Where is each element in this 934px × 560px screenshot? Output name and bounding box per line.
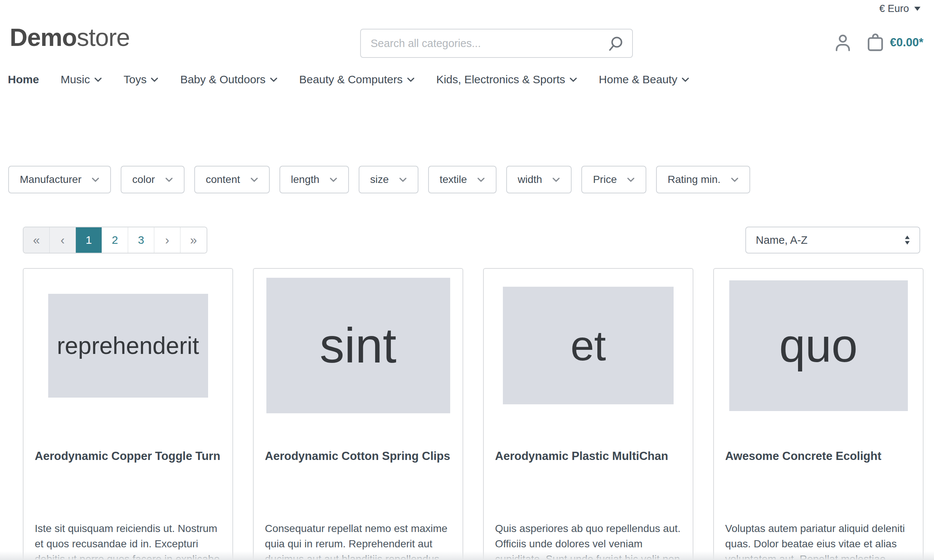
- chevron-down-icon: [270, 77, 277, 82]
- pagination-page-2[interactable]: 2: [102, 228, 128, 253]
- filter-label: length: [291, 174, 319, 186]
- product-card: et Aerodynamic Plastic MultiChan Quis as…: [483, 268, 694, 560]
- currency-selector[interactable]: € Euro: [879, 3, 920, 15]
- pagination-first[interactable]: «: [23, 228, 50, 253]
- product-image-area: et: [495, 278, 681, 413]
- product-image-area: reprehenderit: [35, 278, 221, 413]
- nav-item-kids-electronics-sports[interactable]: Kids, Electronics & Sports: [436, 73, 577, 86]
- nav-item-baby-outdoors[interactable]: Baby & Outdoors: [180, 73, 277, 86]
- sort-selected-label: Name, A-Z: [756, 234, 808, 246]
- nav-item-toys[interactable]: Toys: [124, 73, 159, 86]
- product-image-area: quo: [725, 278, 912, 413]
- pagination-last[interactable]: »: [180, 228, 207, 253]
- product-image[interactable]: reprehenderit: [48, 294, 208, 398]
- filter-content[interactable]: content: [194, 166, 270, 193]
- search-input[interactable]: [361, 29, 632, 57]
- logo-text-light: store: [77, 23, 129, 51]
- product-card: sint Aerodynamic Cotton Spring Clips Con…: [253, 268, 463, 560]
- nav-item-home[interactable]: Home: [8, 73, 39, 86]
- pagination: « ‹ 1 2 3 › »: [23, 227, 207, 254]
- filter-size[interactable]: size: [359, 166, 418, 193]
- product-description: Consequatur repellat nemo est maxime qui…: [265, 521, 451, 560]
- account-icon[interactable]: [832, 32, 853, 53]
- chevron-down-icon: [165, 177, 173, 182]
- chevron-down-icon: [330, 177, 338, 182]
- chevron-down-icon: [94, 77, 102, 82]
- product-title[interactable]: Aerodynamic Cotton Spring Clips: [265, 449, 451, 521]
- filter-length[interactable]: length: [279, 166, 349, 193]
- product-title[interactable]: Aerodynamic Copper Toggle Turn: [35, 449, 221, 521]
- chevron-down-icon: [91, 177, 99, 182]
- pagination-next[interactable]: ›: [154, 228, 180, 253]
- filter-color[interactable]: color: [121, 166, 185, 193]
- pagination-page-1[interactable]: 1: [76, 228, 102, 253]
- product-description: Quis asperiores ab quo repellendus aut. …: [495, 521, 681, 560]
- nav-label: Music: [60, 73, 90, 86]
- product-description: Voluptas autem pariatur aliquid deleniti…: [725, 521, 912, 560]
- product-grid: reprehenderit Aerodynamic Copper Toggle …: [23, 268, 923, 560]
- cart-total[interactable]: €0.00*: [890, 36, 923, 49]
- filter-label: Rating min.: [667, 174, 721, 186]
- chevron-down-icon: [627, 177, 635, 182]
- nav-label: Baby & Outdoors: [180, 73, 265, 86]
- nav-item-music[interactable]: Music: [60, 73, 102, 86]
- filter-manufacturer[interactable]: Manufacturer: [8, 166, 111, 193]
- filter-bar: Manufacturer color content length size t…: [8, 166, 750, 193]
- product-title[interactable]: Aerodynamic Plastic MultiChan: [495, 449, 681, 521]
- product-image-area: sint: [265, 278, 451, 413]
- chevron-down-icon: [731, 177, 738, 182]
- cart-icon[interactable]: [865, 31, 886, 53]
- logo-text-bold: Demo: [10, 23, 77, 51]
- product-card: reprehenderit Aerodynamic Copper Toggle …: [23, 268, 233, 560]
- nav-label: Home & Beauty: [599, 73, 677, 86]
- product-image[interactable]: et: [503, 287, 674, 404]
- nav-label: Toys: [124, 73, 147, 86]
- pagination-page-3[interactable]: 3: [128, 228, 154, 253]
- filter-price[interactable]: Price: [581, 166, 646, 193]
- nav-item-beauty-computers[interactable]: Beauty & Computers: [299, 73, 415, 86]
- product-image[interactable]: sint: [267, 278, 450, 413]
- search-icon[interactable]: [607, 35, 625, 53]
- caret-down-icon: [914, 7, 920, 11]
- currency-label: € Euro: [879, 3, 909, 15]
- filter-label: size: [370, 174, 389, 186]
- filter-label: width: [518, 174, 542, 186]
- chevron-down-icon: [569, 77, 577, 82]
- product-title[interactable]: Awesome Concrete Ecolight: [725, 449, 912, 521]
- filter-label: Price: [593, 174, 617, 186]
- filter-label: content: [206, 174, 240, 186]
- search-bar: [360, 29, 633, 58]
- product-card: quo Awesome Concrete Ecolight Voluptas a…: [713, 268, 923, 560]
- chevron-down-icon: [151, 77, 159, 82]
- filter-label: color: [132, 174, 155, 186]
- filter-rating-min[interactable]: Rating min.: [656, 166, 750, 193]
- nav-item-home-beauty[interactable]: Home & Beauty: [599, 73, 689, 86]
- filter-label: Manufacturer: [20, 174, 82, 186]
- sort-select[interactable]: Name, A-Z: [745, 227, 920, 254]
- filter-textile[interactable]: textile: [428, 166, 496, 193]
- nav-label: Beauty & Computers: [299, 73, 403, 86]
- select-arrows-icon: [904, 235, 911, 245]
- storefront-page: € Euro Demostore €0.00* Home Music Toys: [0, 0, 934, 560]
- filter-label: textile: [440, 174, 467, 186]
- filter-width[interactable]: width: [506, 166, 572, 193]
- chevron-down-icon: [250, 177, 258, 182]
- product-image[interactable]: quo: [729, 280, 908, 411]
- chevron-down-icon: [681, 77, 689, 82]
- store-logo[interactable]: Demostore: [10, 22, 129, 54]
- nav-label: Home: [8, 73, 39, 86]
- chevron-down-icon: [552, 177, 560, 182]
- nav-label: Kids, Electronics & Sports: [436, 73, 565, 86]
- chevron-down-icon: [477, 177, 485, 182]
- product-description: Iste sit quisquam reiciendis ut. Nostrum…: [35, 521, 221, 560]
- main-nav: Home Music Toys Baby & Outdoors Beauty &…: [8, 73, 689, 86]
- chevron-down-icon: [407, 77, 415, 82]
- chevron-down-icon: [399, 177, 407, 182]
- pagination-prev[interactable]: ‹: [50, 228, 76, 253]
